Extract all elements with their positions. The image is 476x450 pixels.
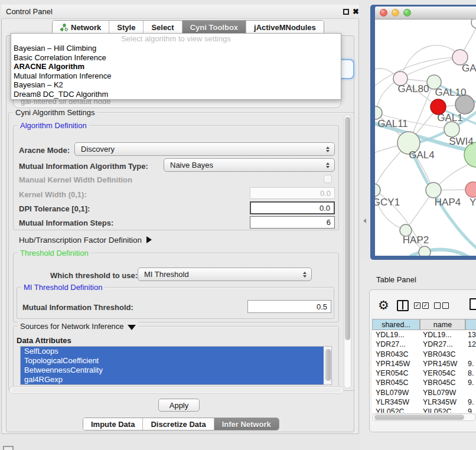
- unchecked-checkbox-icon[interactable]: [434, 302, 441, 309]
- table-cell: YBR043C: [423, 350, 456, 359]
- data-attributes-list: SelfLoopsTopologicalCoefficientBetweenne…: [20, 346, 332, 385]
- algorithm-option[interactable]: Basic Correlation Inference: [11, 53, 341, 63]
- network-node[interactable]: [375, 184, 380, 197]
- tab-label: Network: [71, 23, 101, 32]
- mi-threshold-label: Mutual Information Threshold:: [22, 303, 133, 312]
- dpi-tolerance-field[interactable]: 0.0: [250, 201, 335, 214]
- network-node[interactable]: [471, 19, 476, 28]
- table-cell: YDR27...: [376, 340, 406, 349]
- tab-impute-data[interactable]: Impute Data: [83, 418, 143, 430]
- hub-section-toggle[interactable]: Hub/Transcription Factor Definition: [19, 236, 152, 244]
- table-row[interactable]: YBR043CYBR043C: [372, 350, 476, 359]
- zoom-traffic-light-icon[interactable]: [403, 9, 411, 17]
- mi-steps-field[interactable]: 6: [250, 216, 335, 229]
- tab-select[interactable]: Select: [144, 21, 182, 34]
- algorithm-option[interactable]: Bayesian – K2: [11, 80, 341, 90]
- network-node[interactable]: [426, 182, 441, 198]
- panel-splitter-grip[interactable]: [363, 219, 366, 223]
- table-row[interactable]: YBL079WYBL079W: [372, 388, 476, 397]
- mi-threshold-field[interactable]: 0.5: [247, 300, 331, 313]
- table-cell: YBL079W: [376, 388, 409, 397]
- table-row[interactable]: YDL19...YDL19...13: [372, 330, 476, 340]
- attributes-scrollbar[interactable]: [324, 347, 331, 384]
- network-node[interactable]: [465, 182, 476, 197]
- algorithm-option[interactable]: Dream8 DC_TDC Algorithm: [11, 90, 341, 99]
- settings-scrollbar[interactable]: [344, 115, 351, 389]
- manual-kernel-checkbox[interactable]: [324, 175, 332, 183]
- table-cell: YDL19...: [423, 330, 452, 340]
- kernel-width-field[interactable]: 0.0: [250, 187, 335, 199]
- algorithm-dropdown-popup: Select algorithm to view settings Bayesi…: [11, 33, 341, 100]
- table-row[interactable]: YPR145WYPR145W9.: [372, 359, 476, 369]
- checked-checkbox-icon[interactable]: ✓: [414, 302, 420, 309]
- bottom-tabbar: Impute DataDiscretize DataInfer Network: [83, 418, 279, 431]
- table-hscrollbar-thumb[interactable]: [374, 415, 464, 420]
- table-cell: YER054C: [423, 369, 456, 378]
- document-icon[interactable]: [470, 298, 476, 310]
- unchecked-checkbox-icon[interactable]: [442, 302, 449, 309]
- table-row[interactable]: YLR345WYLR345W9.: [372, 397, 476, 407]
- node-label: SWI4: [449, 136, 474, 147]
- node-label: Y: [470, 197, 476, 208]
- which-threshold-label: Which threshold to use:: [50, 271, 138, 280]
- column-header-shared...[interactable]: shared...: [372, 319, 420, 330]
- tab-network[interactable]: Network: [53, 21, 109, 34]
- control-panel-title: Control Panel: [6, 7, 53, 16]
- network-node[interactable]: [419, 246, 431, 256]
- dock-panel-icon[interactable]: [3, 446, 14, 450]
- close-traffic-light-icon[interactable]: [380, 9, 387, 17]
- table-cell: 9.: [468, 378, 474, 387]
- attribute-item[interactable]: SelfLoops: [21, 347, 324, 356]
- algorithm-option[interactable]: Mutual Information Inference: [11, 71, 341, 81]
- table-row[interactable]: YBR045CYBR045C9.: [372, 378, 476, 387]
- tab-jactivemnodules[interactable]: jActiveMNodules: [246, 21, 324, 34]
- settings-hscrollbar[interactable]: [9, 386, 344, 394]
- network-node[interactable]: [444, 122, 459, 137]
- algorithm-option[interactable]: Bayesian – Hill Climbing: [11, 44, 341, 53]
- tab-cyni-toolbox[interactable]: Cyni Toolbox: [182, 21, 246, 34]
- node-label: GAL: [462, 63, 476, 74]
- settings-hscrollbar-thumb[interactable]: [11, 387, 342, 393]
- attribute-item[interactable]: gal4RGexp: [21, 375, 324, 384]
- table-cell: YBR045C: [376, 378, 409, 387]
- apply-button[interactable]: Apply: [158, 399, 200, 412]
- tab-infer-network[interactable]: Infer Network: [214, 418, 279, 430]
- network-canvas[interactable]: GALGAL80GAL10GAL1GAL11SWI4GAL4GCY1HAP4YH…: [375, 19, 476, 256]
- attribute-item[interactable]: BetweennessCentrality: [21, 366, 324, 375]
- minimize-traffic-light-icon[interactable]: [392, 9, 399, 17]
- cyni-settings-title: Cyni Algorithm Settings: [13, 108, 97, 117]
- table-row[interactable]: YER054CYER054C8.: [372, 369, 476, 378]
- node-label: HAP4: [435, 197, 461, 208]
- column-header-name[interactable]: name: [420, 319, 465, 330]
- table-cell: 9: [468, 407, 472, 413]
- tab-style[interactable]: Style: [109, 21, 144, 34]
- aracne-mode-combo[interactable]: Discovery: [74, 142, 335, 156]
- node-label: GAL80: [398, 83, 429, 94]
- column-header-extra[interactable]: [465, 319, 476, 330]
- which-threshold-combo[interactable]: MI Threshold: [138, 268, 312, 281]
- table-hscrollbar[interactable]: [372, 413, 476, 421]
- split-table-icon[interactable]: [397, 300, 409, 311]
- tab-discretize-data[interactable]: Discretize Data: [143, 418, 214, 430]
- expand-down-icon: [128, 325, 136, 330]
- table-cell: YIL052C: [423, 407, 452, 413]
- table-row[interactable]: YIL052CYIL052C9: [372, 407, 476, 413]
- checked-checkbox-icon[interactable]: ✓: [422, 302, 429, 309]
- sources-group-toggle[interactable]: Sources for Network Inference: [18, 322, 138, 331]
- mi-type-combo[interactable]: Naive Bayes: [164, 158, 335, 172]
- table-row[interactable]: YDR27...YDR27...12: [372, 340, 476, 349]
- network-window-titlebar[interactable]: [375, 6, 476, 19]
- mi-type-label: Mutual Information Algorithm Type:: [19, 162, 148, 171]
- attributes-scrollbar-thumb[interactable]: [325, 349, 331, 381]
- algorithm-dropdown-placeholder: Select algorithm to view settings: [11, 34, 341, 44]
- close-icon[interactable]: ✖: [353, 7, 359, 16]
- table-cell: 13: [468, 330, 476, 340]
- table-cell: YER054C: [376, 369, 409, 378]
- combo-arrows-icon: [326, 146, 330, 152]
- settings-scrollbar-thumb[interactable]: [345, 117, 350, 340]
- gear-icon[interactable]: ⚙: [378, 298, 389, 312]
- attribute-item[interactable]: TopologicalCoefficient: [21, 356, 324, 366]
- algorithm-option[interactable]: ARACNE Algorithm: [11, 62, 341, 71]
- float-window-icon[interactable]: [343, 9, 349, 15]
- table-cell: YPR145W: [376, 359, 410, 369]
